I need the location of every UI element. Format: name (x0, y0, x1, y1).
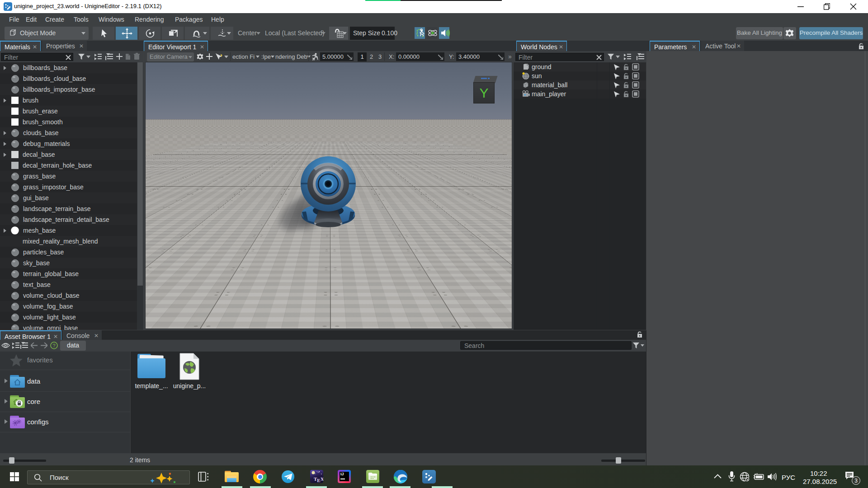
svg-text:TEX: TEX (314, 476, 323, 483)
svg-text:?: ? (52, 343, 55, 348)
